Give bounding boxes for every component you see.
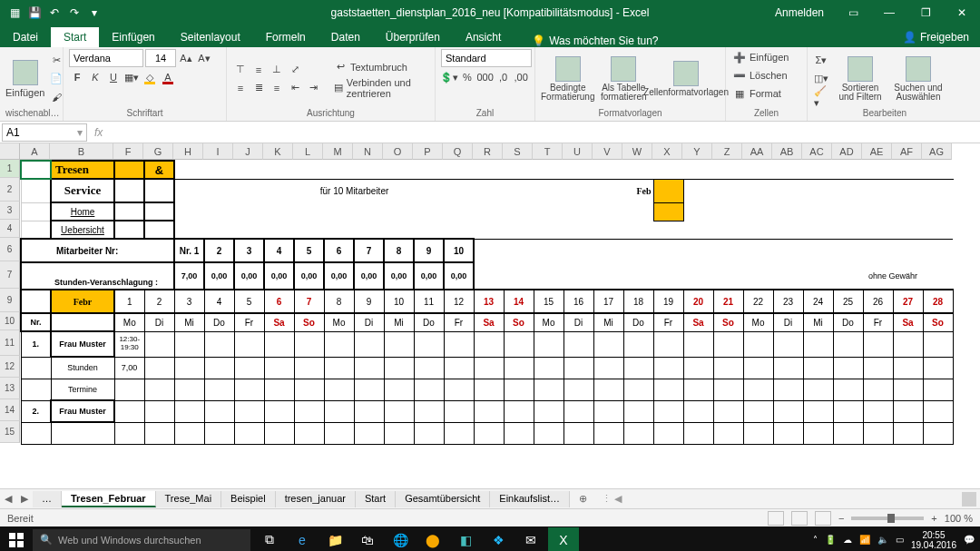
cell[interactable] bbox=[504, 400, 534, 422]
taskbar-excel-icon[interactable]: X bbox=[548, 527, 579, 552]
cell[interactable] bbox=[174, 331, 204, 357]
cell[interactable] bbox=[683, 202, 713, 221]
cell[interactable] bbox=[803, 202, 833, 221]
cell[interactable] bbox=[144, 331, 174, 357]
cell[interactable] bbox=[144, 422, 174, 444]
cell[interactable] bbox=[653, 331, 683, 357]
cell[interactable] bbox=[324, 400, 354, 422]
cell[interactable] bbox=[504, 422, 534, 444]
cell[interactable] bbox=[923, 202, 953, 221]
cell[interactable] bbox=[893, 422, 923, 444]
cell[interactable] bbox=[593, 221, 623, 239]
cell[interactable] bbox=[474, 331, 504, 357]
cell[interactable]: 13 bbox=[474, 290, 504, 313]
cell[interactable] bbox=[833, 357, 863, 379]
cell[interactable]: Mi bbox=[803, 313, 833, 331]
tab-home[interactable]: Start bbox=[51, 27, 99, 47]
cell[interactable]: Sa bbox=[893, 313, 923, 331]
cell[interactable]: ohne Gewähr bbox=[833, 262, 953, 290]
tray-show-hidden-icon[interactable]: ˄ bbox=[813, 535, 818, 545]
tab-scroll-handle[interactable]: ⋮ ◀ bbox=[602, 493, 622, 505]
cell[interactable] bbox=[21, 422, 51, 444]
col-header[interactable]: U bbox=[563, 143, 593, 160]
cell[interactable] bbox=[144, 379, 174, 400]
insert-cells-button[interactable]: ➕Einfügen bbox=[731, 49, 789, 65]
cell[interactable] bbox=[474, 400, 504, 422]
cell[interactable]: So bbox=[923, 313, 953, 331]
cell[interactable]: 6 bbox=[324, 239, 354, 262]
format-table-button[interactable]: Als Tabelle formatieren bbox=[598, 52, 649, 106]
cell[interactable] bbox=[114, 379, 144, 400]
cell[interactable] bbox=[324, 161, 354, 179]
cell[interactable] bbox=[354, 357, 384, 379]
cell[interactable] bbox=[204, 161, 234, 179]
cell[interactable] bbox=[713, 379, 743, 400]
cell[interactable] bbox=[923, 239, 953, 262]
cell[interactable]: Febr bbox=[51, 290, 114, 313]
cell[interactable] bbox=[773, 331, 803, 357]
cell[interactable] bbox=[294, 161, 324, 179]
redo-icon[interactable]: ↷ bbox=[65, 4, 83, 22]
merge-center-button[interactable]: ▤ Verbinden und zentrieren bbox=[332, 77, 429, 99]
cell[interactable] bbox=[384, 357, 414, 379]
cell[interactable] bbox=[683, 400, 713, 422]
col-header[interactable]: G bbox=[143, 143, 173, 160]
cell[interactable] bbox=[21, 202, 51, 221]
cell[interactable] bbox=[863, 202, 893, 221]
taskbar-search[interactable]: 🔍 Web und Windows durchsuchen bbox=[33, 529, 250, 551]
cell[interactable]: Mo bbox=[324, 313, 354, 331]
align-middle-icon[interactable]: ≡ bbox=[250, 62, 267, 78]
increase-decimal-icon[interactable]: ,0 bbox=[495, 69, 512, 85]
cut-icon[interactable]: ✂ bbox=[48, 53, 64, 69]
cell[interactable] bbox=[683, 221, 713, 239]
align-right-icon[interactable]: ≡ bbox=[269, 80, 285, 96]
cell[interactable] bbox=[833, 179, 863, 202]
cell[interactable] bbox=[773, 422, 803, 444]
cell[interactable]: Di bbox=[354, 313, 384, 331]
cell[interactable] bbox=[683, 179, 713, 202]
cell[interactable] bbox=[114, 179, 144, 202]
start-button[interactable] bbox=[0, 526, 33, 551]
cell[interactable] bbox=[264, 357, 294, 379]
tray-onedrive-icon[interactable]: ☁ bbox=[843, 535, 852, 545]
tray-network-icon[interactable]: 📶 bbox=[859, 535, 870, 545]
cell[interactable] bbox=[384, 161, 414, 179]
autosum-icon[interactable]: Σ▾ bbox=[813, 53, 829, 69]
cell[interactable] bbox=[923, 221, 953, 239]
cell[interactable]: Do bbox=[833, 313, 863, 331]
sheet-tab[interactable]: Trese_Mai bbox=[156, 491, 222, 507]
cell[interactable] bbox=[773, 179, 803, 202]
row-header[interactable]: 12 bbox=[0, 356, 20, 378]
col-header[interactable]: AC bbox=[802, 143, 832, 160]
cell[interactable] bbox=[144, 221, 174, 239]
format-painter-icon[interactable]: 🖌 bbox=[48, 89, 64, 105]
cell[interactable] bbox=[803, 179, 833, 202]
cell[interactable]: 0,00 bbox=[444, 262, 474, 290]
cell[interactable]: Do bbox=[204, 313, 234, 331]
taskbar-dropbox-icon[interactable]: ❖ bbox=[483, 527, 514, 552]
row-header[interactable]: 13 bbox=[0, 378, 20, 399]
cell[interactable] bbox=[743, 331, 773, 357]
cell[interactable]: 18 bbox=[623, 290, 653, 313]
cell[interactable] bbox=[204, 221, 234, 239]
cell[interactable] bbox=[21, 161, 51, 179]
cell[interactable] bbox=[354, 221, 384, 239]
cell[interactable] bbox=[623, 239, 653, 262]
cell[interactable]: für 10 Mitarbeiter bbox=[174, 179, 534, 202]
cell[interactable] bbox=[653, 179, 683, 202]
cell[interactable] bbox=[564, 221, 593, 239]
cell[interactable]: Mo bbox=[534, 313, 564, 331]
ribbon-options-icon[interactable]: ▭ bbox=[835, 0, 871, 25]
cell[interactable] bbox=[923, 400, 953, 422]
col-header[interactable]: L bbox=[293, 143, 323, 160]
indent-increase-icon[interactable]: ⇥ bbox=[305, 80, 321, 96]
cell[interactable] bbox=[833, 331, 863, 357]
tab-file[interactable]: Datei bbox=[0, 27, 51, 47]
row-header[interactable]: 3 bbox=[0, 202, 20, 220]
row-header[interactable]: 4 bbox=[0, 220, 20, 238]
cell[interactable]: Fr bbox=[444, 313, 474, 331]
cell[interactable]: Frau Muster bbox=[51, 400, 114, 422]
cell[interactable] bbox=[653, 357, 683, 379]
cell[interactable] bbox=[204, 331, 234, 357]
cell[interactable] bbox=[474, 379, 504, 400]
